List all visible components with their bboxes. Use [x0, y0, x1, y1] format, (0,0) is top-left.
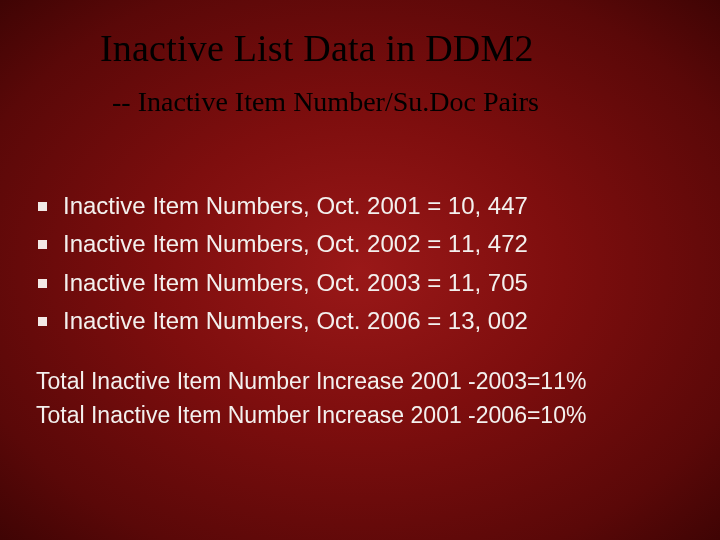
slide-title: Inactive List Data in DDM2 [100, 26, 680, 70]
bullet-text: Inactive Item Numbers, Oct. 2002 = 11, 4… [63, 228, 528, 260]
footer-line: Total Inactive Item Number Increase 2001… [36, 399, 690, 432]
list-item: Inactive Item Numbers, Oct. 2002 = 11, 4… [38, 228, 690, 260]
bullet-list: Inactive Item Numbers, Oct. 2001 = 10, 4… [38, 190, 690, 344]
slide-subtitle: -- Inactive Item Number/Su.Doc Pairs [112, 86, 680, 118]
list-item: Inactive Item Numbers, Oct. 2006 = 13, 0… [38, 305, 690, 337]
bullet-icon [38, 202, 47, 211]
bullet-text: Inactive Item Numbers, Oct. 2001 = 10, 4… [63, 190, 528, 222]
bullet-icon [38, 317, 47, 326]
bullet-icon [38, 279, 47, 288]
list-item: Inactive Item Numbers, Oct. 2001 = 10, 4… [38, 190, 690, 222]
footer-line: Total Inactive Item Number Increase 2001… [36, 365, 690, 398]
list-item: Inactive Item Numbers, Oct. 2003 = 11, 7… [38, 267, 690, 299]
footer-block: Total Inactive Item Number Increase 2001… [36, 365, 690, 432]
bullet-text: Inactive Item Numbers, Oct. 2003 = 11, 7… [63, 267, 528, 299]
slide: Inactive List Data in DDM2 -- Inactive I… [0, 0, 720, 540]
bullet-text: Inactive Item Numbers, Oct. 2006 = 13, 0… [63, 305, 528, 337]
bullet-icon [38, 240, 47, 249]
